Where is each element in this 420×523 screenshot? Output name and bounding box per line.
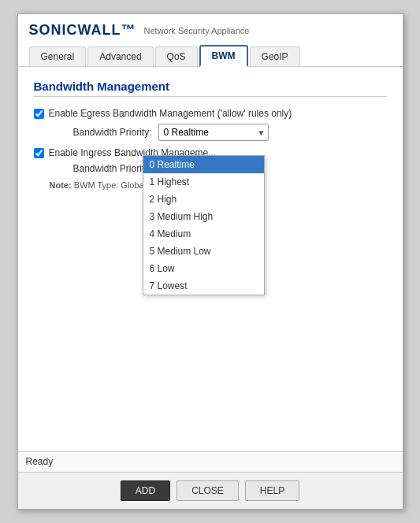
tab-qos[interactable]: QoS bbox=[155, 46, 198, 66]
content-area: Bandwidth Management Enable Egress Bandw… bbox=[18, 67, 403, 451]
ingress-field-label: Bandwidth Priority: bbox=[50, 163, 152, 174]
section-title: Bandwidth Management bbox=[34, 80, 387, 97]
tab-bwm[interactable]: BWM bbox=[199, 45, 248, 67]
brand-row: SONICWALL™ Network Security Appliance bbox=[29, 22, 392, 39]
egress-field-label: Bandwidth Priority: bbox=[50, 127, 152, 138]
dropdown-item-1[interactable]: 1 Highest bbox=[143, 173, 264, 191]
egress-select-wrapper: 0 Realtime ▼ bbox=[158, 124, 269, 141]
dialog: SONICWALL™ Network Security Appliance Ge… bbox=[17, 13, 403, 510]
tab-geoip[interactable]: GeoIP bbox=[250, 46, 300, 66]
egress-priority-select[interactable]: 0 Realtime bbox=[158, 124, 269, 141]
tab-advanced[interactable]: Advanced bbox=[87, 46, 153, 66]
dropdown-item-7[interactable]: 7 Lowest bbox=[143, 277, 264, 295]
note-label: Note: bbox=[50, 180, 72, 190]
status-text: Ready bbox=[26, 456, 54, 467]
priority-dropdown[interactable]: 0 Realtime 1 Highest 2 High 3 Medium Hig… bbox=[143, 155, 265, 295]
brand-sonic: SONIC bbox=[29, 22, 78, 38]
dropdown-item-0[interactable]: 0 Realtime bbox=[143, 156, 264, 173]
tab-general[interactable]: General bbox=[29, 46, 87, 66]
dropdown-item-2[interactable]: 2 High bbox=[143, 191, 264, 208]
egress-label: Enable Egress Bandwidth Management ('all… bbox=[49, 108, 292, 119]
help-button[interactable]: HELP bbox=[245, 480, 299, 501]
dropdown-item-5[interactable]: 5 Medium Low bbox=[143, 243, 264, 260]
footer: ADD CLOSE HELP bbox=[18, 472, 403, 509]
dropdown-item-6[interactable]: 6 Low bbox=[143, 260, 264, 277]
brand-logo: SONICWALL™ bbox=[29, 22, 136, 39]
brand-tagline: Network Security Appliance bbox=[144, 26, 250, 35]
add-button[interactable]: ADD bbox=[121, 480, 170, 501]
egress-checkbox[interactable] bbox=[34, 109, 44, 119]
ingress-checkbox[interactable] bbox=[34, 148, 44, 158]
header: SONICWALL™ Network Security Appliance Ge… bbox=[18, 14, 403, 67]
dropdown-item-3[interactable]: 3 Medium High bbox=[143, 208, 264, 225]
egress-field-row: Bandwidth Priority: 0 Realtime ▼ bbox=[50, 124, 387, 141]
close-button[interactable]: CLOSE bbox=[177, 480, 239, 501]
egress-checkbox-row: Enable Egress Bandwidth Management ('all… bbox=[34, 108, 387, 119]
dropdown-item-4[interactable]: 4 Medium bbox=[143, 225, 264, 243]
tabs-container: General Advanced QoS BWM GeoIP bbox=[29, 45, 392, 66]
status-bar: Ready bbox=[18, 451, 403, 472]
brand-wall: WALL bbox=[78, 22, 121, 38]
